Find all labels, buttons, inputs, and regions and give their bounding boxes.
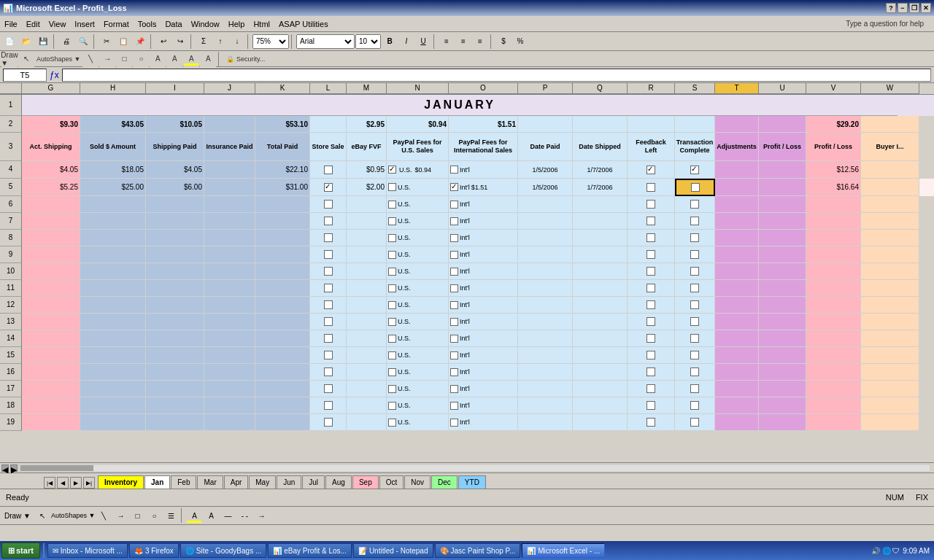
checkbox-intl-5[interactable]: ✓ (450, 183, 458, 191)
cell-15-15[interactable] (806, 347, 861, 364)
cell-15-16[interactable] (806, 364, 861, 381)
cell-0-7[interactable] (22, 213, 80, 230)
cell-6-15[interactable] (347, 347, 387, 364)
help-question[interactable]: Type a question for help (841, 18, 928, 29)
cell-16-14[interactable] (861, 330, 919, 347)
draw-oval[interactable]: ○ (146, 508, 162, 524)
cell-7-15[interactable]: U.S. (387, 347, 449, 364)
cell-5-16[interactable] (310, 364, 347, 381)
cell-2-18[interactable] (146, 397, 204, 414)
empty-checkbox-12-6[interactable] (690, 200, 699, 209)
cell-q5[interactable]: 1/7/2006 (573, 179, 628, 196)
cell-2-9[interactable] (146, 246, 204, 263)
restore-button[interactable]: ❐ (909, 3, 919, 13)
cell-i5[interactable]: $6.00 (146, 179, 204, 196)
checkbox-feedback-4[interactable]: ✓ (647, 166, 655, 174)
sort-asc-button[interactable]: ↑ (212, 34, 228, 50)
cell-10-7[interactable] (573, 213, 628, 230)
empty-checkbox-11-15[interactable] (647, 351, 655, 359)
cell-11-16[interactable] (628, 364, 675, 381)
cell-2-8[interactable] (146, 230, 204, 246)
cell-8-17[interactable]: Int'l (449, 381, 518, 397)
cell-0-19[interactable] (22, 414, 80, 431)
cell-9-11[interactable] (518, 280, 573, 297)
scroll-left-button[interactable]: ◀ (1, 464, 9, 472)
cell-4-17[interactable] (255, 381, 310, 397)
cell-16-7[interactable] (861, 213, 919, 230)
col-header-l[interactable]: L (310, 83, 347, 94)
empty-checkbox-11-12[interactable] (647, 300, 655, 309)
cell-2-14[interactable] (146, 330, 204, 347)
cell-o5[interactable]: ✓ Int'l $1.51 (449, 179, 518, 196)
cell-u2[interactable] (759, 116, 806, 133)
cell-4-19[interactable] (255, 414, 310, 431)
cell-8-9[interactable]: Int'l (449, 246, 518, 263)
cell-r2[interactable] (628, 116, 675, 133)
cell-14-8[interactable] (759, 230, 806, 246)
checkbox-intl-4[interactable] (450, 166, 458, 174)
us-cb-14[interactable] (388, 335, 396, 343)
intl-cb-10[interactable] (450, 268, 458, 276)
cell-8-14[interactable]: Int'l (449, 330, 518, 347)
cell-0-14[interactable] (22, 330, 80, 347)
cell-r4[interactable]: ✓ (628, 161, 675, 179)
empty-checkbox-5-17[interactable] (324, 384, 333, 393)
cell-16-15[interactable] (861, 347, 919, 364)
cell-16-9[interactable] (861, 246, 919, 263)
cell-15-19[interactable] (806, 414, 861, 431)
cell-12-15[interactable] (675, 347, 715, 364)
cell-13-13[interactable] (715, 314, 759, 330)
cell-13-12[interactable] (715, 297, 759, 314)
empty-checkbox-11-14[interactable] (647, 334, 655, 343)
empty-checkbox-12-12[interactable] (690, 300, 699, 309)
empty-checkbox-5-8[interactable] (324, 233, 333, 242)
cell-9-15[interactable] (518, 347, 573, 364)
cell-13-8[interactable] (715, 230, 759, 246)
draw-arrow[interactable]: → (112, 508, 128, 524)
font-select[interactable]: Arial (296, 34, 355, 49)
cell-15-17[interactable] (806, 381, 861, 397)
intl-cb-18[interactable] (450, 402, 458, 410)
taskbar-ebay[interactable]: 📊 eBay Profit & Los... (268, 543, 352, 558)
cell-15-18[interactable] (806, 397, 861, 414)
cell-h2[interactable]: $43.05 (80, 116, 146, 133)
empty-checkbox-12-18[interactable] (690, 401, 699, 410)
empty-checkbox-5-9[interactable] (324, 250, 333, 259)
zoom-select[interactable]: 75% 100% (252, 34, 289, 49)
cell-6-13[interactable] (347, 314, 387, 330)
empty-checkbox-11-10[interactable] (647, 267, 655, 276)
cell-15-12[interactable] (806, 297, 861, 314)
cell-9-17[interactable] (518, 381, 573, 397)
cell-8-7[interactable]: Int'l (449, 213, 518, 230)
draw-select-btn[interactable]: ↖ (34, 508, 50, 524)
cell-12-12[interactable] (675, 297, 715, 314)
cell-8-11[interactable]: Int'l (449, 280, 518, 297)
cell-o4[interactable]: Int'l (449, 161, 518, 179)
cell-m5[interactable]: $2.00 (347, 179, 387, 196)
col-header-v[interactable]: V (806, 83, 861, 94)
cell-v2[interactable]: $29.20 (806, 116, 861, 133)
cell-0-12[interactable] (22, 297, 80, 314)
cell-t2[interactable] (715, 116, 759, 133)
cell-9-9[interactable] (518, 246, 573, 263)
cell-15-11[interactable] (806, 280, 861, 297)
cell-5-9[interactable] (310, 246, 347, 263)
cell-g2[interactable]: $9.30 (22, 116, 80, 133)
us-cb-15[interactable] (388, 351, 396, 359)
cell-3-15[interactable] (204, 347, 255, 364)
cell-13-19[interactable] (715, 414, 759, 431)
empty-checkbox-12-15[interactable] (690, 351, 699, 359)
cell-12-14[interactable] (675, 330, 715, 347)
empty-checkbox-11-6[interactable] (647, 200, 655, 209)
cell-2-19[interactable] (146, 414, 204, 431)
empty-checkbox-11-9[interactable] (647, 250, 655, 259)
cell-1-6[interactable] (80, 196, 146, 213)
cell-i2[interactable]: $10.05 (146, 116, 204, 133)
us-cb-10[interactable] (388, 268, 396, 276)
cell-14-19[interactable] (759, 414, 806, 431)
cell-m2[interactable]: $2.95 (347, 116, 387, 133)
cell-0-9[interactable] (22, 246, 80, 263)
cell-16-12[interactable] (861, 297, 919, 314)
draw-label[interactable]: Draw ▼ (1, 512, 34, 520)
cell-5-18[interactable] (310, 397, 347, 414)
